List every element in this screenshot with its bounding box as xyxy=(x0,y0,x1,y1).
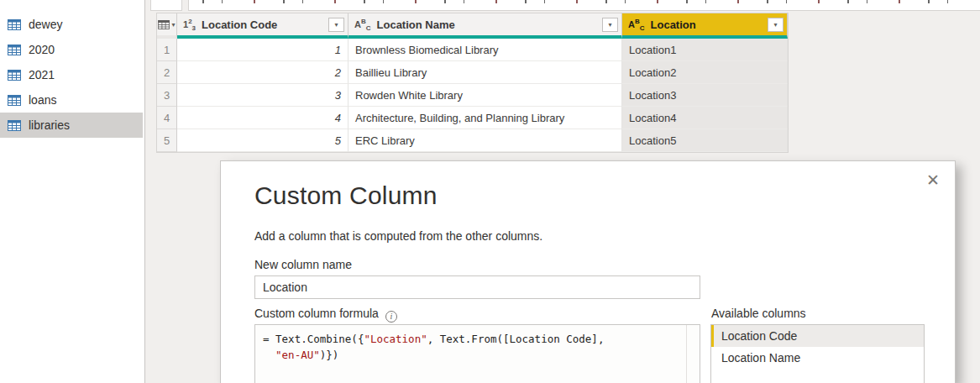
cell-location-name[interactable]: ERC Library xyxy=(349,129,622,152)
table-icon xyxy=(8,19,21,30)
sidebar-divider xyxy=(144,0,145,383)
new-column-name-label: New column name xyxy=(254,258,352,271)
sidebar-item-2021[interactable]: 2021 xyxy=(0,62,143,87)
column-header-location-name[interactable]: ABC Location Name ▾ xyxy=(349,13,622,39)
cell-location[interactable]: Location1 xyxy=(622,39,788,61)
filter-dropdown-button[interactable]: ▾ xyxy=(768,18,783,32)
available-column-location-code[interactable]: Location Code xyxy=(711,325,924,347)
cell-location[interactable]: Location3 xyxy=(622,84,788,107)
cell-location-name[interactable]: Baillieu Library xyxy=(349,61,622,84)
sidebar-item-loans[interactable]: loans xyxy=(0,87,143,113)
formula-code: = Text.Combine({"Location", Text.From([L… xyxy=(255,325,700,363)
chevron-down-icon: ▾ xyxy=(334,21,338,29)
formula-label: Custom column formulai xyxy=(254,307,397,323)
chevron-down-icon: ▾ xyxy=(773,21,777,29)
power-query-editor: dewey 2020 2021 loans libraries ▾ 123 Lo… xyxy=(0,0,980,383)
row-number[interactable]: 5 xyxy=(157,129,177,152)
filter-dropdown-button[interactable]: ▾ xyxy=(328,18,344,32)
available-columns-label: Available columns xyxy=(711,307,806,320)
query-label: loans xyxy=(29,93,56,107)
query-label: dewey xyxy=(29,18,62,31)
cell-location-name[interactable]: Architecture, Building, and Planning Lib… xyxy=(349,107,622,129)
text-type-icon: ABC xyxy=(628,18,645,32)
available-column-location-name[interactable]: Location Name xyxy=(711,347,924,369)
number-type-icon: 123 xyxy=(183,18,196,32)
query-label: 2020 xyxy=(29,43,55,56)
info-icon[interactable]: i xyxy=(385,311,397,323)
row-number[interactable]: 1 xyxy=(157,39,177,61)
data-preview-table: ▾ 123 Location Code ▾ ABC Location Name … xyxy=(156,13,789,153)
cell-location[interactable]: Location4 xyxy=(622,107,788,129)
column-header-label: Location xyxy=(651,18,696,31)
formula-bar-left-stub xyxy=(150,0,182,11)
table-icon xyxy=(8,120,21,131)
row-number[interactable]: 2 xyxy=(157,61,177,84)
custom-column-dialog: ✕ Custom Column Add a column that is com… xyxy=(220,160,956,383)
close-icon: ✕ xyxy=(926,171,940,190)
table-icon xyxy=(8,95,21,106)
cell-location[interactable]: Location5 xyxy=(622,129,788,152)
clipped-formula-text xyxy=(202,0,972,3)
table-icon xyxy=(8,45,21,55)
table-corner-button[interactable]: ▾ xyxy=(157,13,177,39)
cell-location-code[interactable]: 4 xyxy=(177,107,349,129)
cell-location-name[interactable]: Rowden White Library xyxy=(349,84,622,107)
formula-scrollbar[interactable] xyxy=(686,325,700,383)
cell-location-code[interactable]: 1 xyxy=(177,39,349,61)
filter-dropdown-button[interactable]: ▾ xyxy=(602,18,618,32)
dialog-subtitle: Add a column that is computed from the o… xyxy=(254,229,542,243)
column-header-location[interactable]: ABC Location ▾ xyxy=(622,13,788,39)
dialog-title: Custom Column xyxy=(254,181,438,210)
row-number[interactable]: 4 xyxy=(157,107,177,129)
cell-location-code[interactable]: 3 xyxy=(177,84,349,107)
close-button[interactable]: ✕ xyxy=(922,169,944,191)
new-column-name-input[interactable] xyxy=(254,275,700,299)
formula-bar-clipped xyxy=(188,0,980,11)
query-label: 2021 xyxy=(29,68,55,81)
cell-location-code[interactable]: 5 xyxy=(177,129,349,152)
cell-location[interactable]: Location2 xyxy=(622,61,788,84)
column-header-label: Location Code xyxy=(202,18,277,31)
sidebar-item-dewey[interactable]: dewey xyxy=(0,12,143,37)
chevron-down-icon: ▾ xyxy=(171,21,175,29)
column-header-label: Location Name xyxy=(377,18,455,31)
text-type-icon: ABC xyxy=(354,18,371,32)
query-label: libraries xyxy=(29,118,70,132)
queries-sidebar: dewey 2020 2021 loans libraries xyxy=(0,0,144,383)
row-number[interactable]: 3 xyxy=(157,84,177,107)
available-columns-list: Location Code Location Name xyxy=(710,324,925,383)
table-icon xyxy=(158,20,170,29)
cell-location-name[interactable]: Brownless Biomedical Library xyxy=(349,39,622,61)
table-icon xyxy=(8,70,21,81)
column-header-location-code[interactable]: 123 Location Code ▾ xyxy=(177,13,349,39)
sidebar-item-2020[interactable]: 2020 xyxy=(0,37,143,62)
sidebar-item-libraries[interactable]: libraries xyxy=(0,113,143,138)
chevron-down-icon: ▾ xyxy=(608,21,611,29)
cell-location-code[interactable]: 2 xyxy=(177,61,349,84)
formula-editor[interactable]: = Text.Combine({"Location", Text.From([L… xyxy=(254,324,700,383)
